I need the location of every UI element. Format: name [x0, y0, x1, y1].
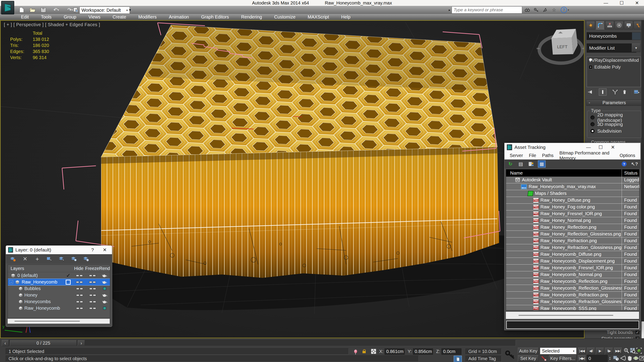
modifier-list-arrow-button[interactable]: ▾ [632, 43, 640, 52]
viewport-general-menu[interactable]: [ + ] [4, 22, 12, 27]
menu-item[interactable]: Modifiers [132, 14, 163, 20]
pan-view-button[interactable] [626, 355, 633, 362]
key-filters-button[interactable]: Key Filters... [549, 355, 576, 362]
hide-freeze-layer-button[interactable] [70, 256, 78, 262]
asset-row[interactable]: MAX PNG Raw_Honey_Fresnel_IOR.png Found [506, 210, 639, 217]
asset-row[interactable]: MAX PNG Raw_Honeycomb_Displacement.png F… [506, 258, 639, 265]
zoom-button[interactable] [624, 348, 630, 354]
type-radio-row[interactable]: Subdivision [587, 128, 641, 134]
column-status[interactable]: Status [622, 169, 639, 177]
tab-modify[interactable] [596, 21, 604, 29]
absolute-relative-coords-toggle[interactable] [370, 348, 378, 355]
go-to-end-button[interactable]: ▶▶| [614, 348, 622, 354]
column-hide[interactable]: Hide [72, 266, 85, 271]
delete-layer-button[interactable]: ✕ [21, 256, 29, 262]
column-layers[interactable]: Layers [8, 266, 63, 271]
tab-display[interactable] [624, 21, 633, 29]
information-view-button[interactable]: ▤ [517, 161, 524, 167]
tight-bounds-checkbox[interactable]: ✓ [635, 330, 640, 335]
asset-row[interactable]: MAX PNG Raw_Honey_Refraction.png Found [506, 238, 639, 244]
asset-row[interactable]: MAX PNG Raw_Honeycomb_Refraction.png Fou… [506, 292, 639, 298]
previous-frame-button[interactable]: ◀‖ [587, 348, 595, 354]
field-of-view-button[interactable] [620, 355, 626, 362]
frame-spinner[interactable]: ▲▼ [608, 355, 612, 362]
maximize-button[interactable]: ☐ [615, 0, 628, 6]
play-button[interactable]: ▶ [596, 348, 604, 354]
parameters-rollout-header[interactable]: - Parameters [586, 99, 642, 106]
layer-row[interactable]: − Raw_Honeycomb ✓ [8, 305, 110, 312]
layer-row[interactable]: − Raw_Honeycomb ✓ [8, 279, 110, 285]
collapse-minus-icon[interactable]: − [9, 280, 13, 284]
current-frame-field[interactable]: 0 [587, 355, 608, 362]
layer-window-titlebar[interactable]: Layer: 0 (default) ? ✕ [6, 246, 112, 254]
asset-row[interactable]: MAX PNG Raw_Honeycomb_SSS.png Found [506, 305, 639, 310]
radio-icon[interactable] [590, 115, 594, 119]
orbit-button[interactable] [633, 355, 639, 362]
undo-button[interactable]: ↶ ▾ [50, 6, 62, 13]
asset-menu-item[interactable]: File [526, 153, 539, 158]
select-objects-in-layer-button[interactable] [46, 256, 53, 262]
asset-row[interactable]: MAX PNG Raw_Honeycomb_Reflection.png Fou… [506, 278, 639, 285]
asset-row[interactable]: MAX PNG Raw_Honeycomb_Fresnel_IOR.png Fo… [506, 265, 639, 271]
y-coordinate-field[interactable]: 0.856cm [413, 349, 433, 355]
z-coordinate-field[interactable]: 0.0cm [442, 349, 462, 355]
render-dot-icon[interactable] [103, 287, 106, 290]
time-configuration-button[interactable] [613, 355, 619, 362]
search-icon[interactable] [524, 6, 531, 13]
asset-row[interactable]: MAX PNG Raw_Honey_Reflection.png Found [506, 224, 639, 231]
table-view-button[interactable]: ▦ [538, 160, 546, 168]
menu-item[interactable]: Animation [163, 14, 195, 20]
new-file-button[interactable] [17, 6, 26, 13]
selection-lock-toggle[interactable] [361, 348, 368, 355]
path-editor-button[interactable] [528, 161, 535, 167]
asset-hscrollbar[interactable] [506, 312, 639, 319]
auto-key-button[interactable]: Auto Key [518, 348, 538, 354]
open-file-button[interactable] [28, 6, 37, 13]
current-layer-box-icon[interactable] [66, 280, 71, 285]
scrollbar-thumb[interactable] [14, 321, 80, 322]
layer-row[interactable]: − Bubbles ✓ [8, 285, 110, 292]
viewport-shading-menu[interactable]: [ Shaded + Edged Faces ] [45, 22, 100, 27]
radio-icon[interactable] [590, 129, 594, 133]
go-to-start-button[interactable]: |◀◀ [578, 348, 586, 354]
tab-create[interactable] [586, 21, 595, 29]
freeze-toggle[interactable] [89, 281, 96, 283]
asset-help-button[interactable]: ? [620, 161, 628, 167]
renderable-teapot-icon[interactable] [102, 274, 108, 277]
asset-menu-item[interactable]: Bitmap Performance and Memory [556, 150, 617, 161]
go-to-frame-toggle[interactable]: |◀▶| [578, 355, 586, 362]
maximize-viewport-toggle[interactable] [639, 355, 644, 362]
x-coordinate-field[interactable]: 0.861cm [385, 349, 404, 355]
menu-item[interactable]: Group [58, 14, 82, 20]
menu-item[interactable]: Create [106, 14, 132, 20]
menu-item[interactable]: Help [335, 14, 357, 20]
zoom-all-button[interactable] [630, 348, 636, 354]
asset-close-button[interactable]: ✕ [608, 143, 618, 151]
communication-center-icon[interactable] [541, 6, 549, 13]
menu-item[interactable]: Customize [268, 14, 302, 20]
workspace-dropdown[interactable]: Workspace: Default ▾ [80, 6, 130, 14]
infocenter-expand-icon[interactable]: ▸ [449, 8, 450, 12]
close-button[interactable]: ✕ [630, 0, 644, 6]
modifier-stack-item-editable-poly[interactable]: + Editable Poly [587, 64, 640, 70]
freeze-toggle[interactable] [90, 301, 96, 303]
hide-toggle[interactable] [76, 308, 83, 309]
set-key-button[interactable]: Set Key [518, 355, 538, 362]
menu-item[interactable]: MAXScript [302, 14, 335, 20]
tab-hierarchy[interactable] [605, 21, 614, 29]
object-name-field[interactable]: Honeycombs [587, 32, 634, 40]
asset-maximize-button[interactable]: ☐ [596, 143, 606, 151]
hide-toggle[interactable] [76, 301, 83, 303]
time-slider-next-button[interactable]: › [78, 340, 85, 346]
asset-row[interactable]: MAX PNG Raw_Honey_Fog color.png Found [506, 204, 639, 210]
favorites-icon[interactable]: ☆ [550, 6, 558, 13]
new-key-default-inout-tangents[interactable] [540, 355, 548, 362]
application-menu-button[interactable] [1, 1, 14, 14]
asset-row[interactable]: MAX PNG Raw_Honey_Refraction_Glossiness.… [506, 244, 639, 251]
time-slider-handle[interactable]: 0 / 225 [10, 340, 77, 346]
undo-dropdown-arrow-icon[interactable]: ▾ [58, 8, 59, 11]
renderable-teapot-icon[interactable] [102, 293, 108, 297]
scrollbar-thumb[interactable] [518, 315, 613, 316]
refresh-button[interactable]: ↻ [507, 161, 514, 167]
renderable-teapot-icon[interactable] [102, 280, 108, 284]
